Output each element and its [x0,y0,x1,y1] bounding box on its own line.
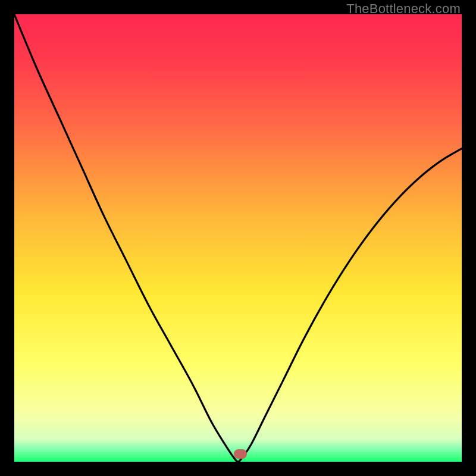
bottleneck-curve [14,14,462,462]
optimal-marker [234,449,247,459]
plot-area [14,14,462,462]
chart-frame: TheBottleneck.com [0,0,476,476]
